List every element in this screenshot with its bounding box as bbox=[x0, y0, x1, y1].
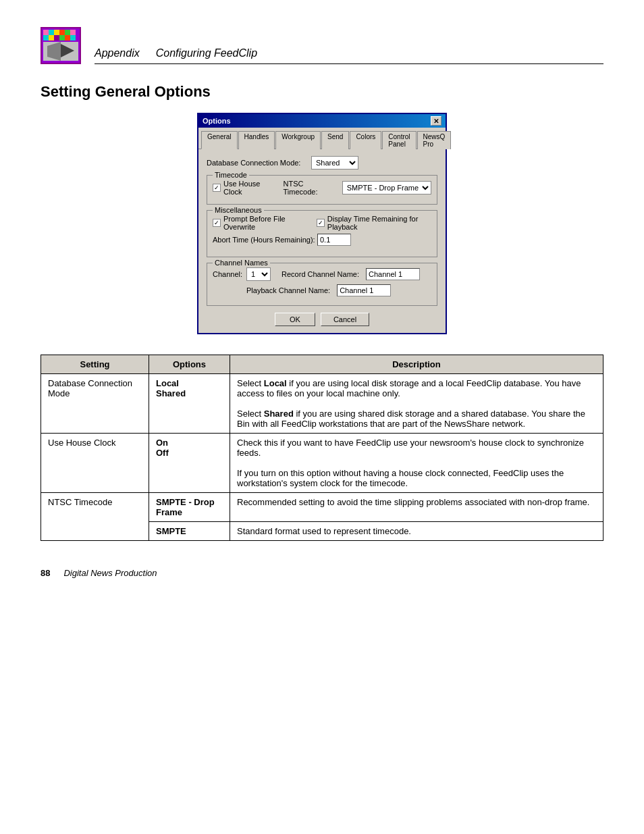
playback-channel-input[interactable] bbox=[337, 284, 391, 296]
page-footer: 88 Digital News Production bbox=[41, 568, 603, 578]
db-mode-row: Database Connection Mode: Shared Local bbox=[207, 156, 437, 170]
options-cell: OnOff bbox=[149, 434, 230, 493]
options-cell: SMPTE - Drop Frame bbox=[149, 493, 230, 522]
svg-rect-11 bbox=[59, 35, 65, 41]
timecode-group: Timecode ✓ Use House Clock NTSC Timecode… bbox=[207, 175, 437, 205]
channel-select[interactable]: 1 2 bbox=[246, 267, 271, 281]
display-label: Display Time Remaining for Playback bbox=[327, 215, 431, 231]
desc-cell: Recommended setting to avoid the time sl… bbox=[230, 493, 603, 522]
use-house-clock-label: Use House Clock bbox=[223, 180, 281, 196]
channel-names-label: Channel Names bbox=[213, 259, 270, 267]
tab-colors[interactable]: Colors bbox=[350, 131, 381, 149]
misc-group-label: Miscellaneous bbox=[213, 206, 264, 214]
use-house-clock-checkbox[interactable]: ✓ bbox=[213, 184, 221, 192]
abort-time-label: Abort Time (Hours Remaining): bbox=[213, 236, 317, 244]
settings-table: Setting Options Description Database Con… bbox=[41, 355, 603, 541]
dialog-title: Options bbox=[203, 117, 231, 125]
svg-rect-9 bbox=[49, 35, 54, 41]
table-row: Use House Clock OnOff Check this if you … bbox=[41, 434, 603, 493]
dialog-titlebar: Options ✕ bbox=[198, 114, 446, 128]
options-cell: LocalShared bbox=[149, 374, 230, 434]
header-title: Configuring FeedClip bbox=[156, 47, 257, 59]
svg-rect-2 bbox=[43, 30, 49, 35]
svg-rect-4 bbox=[54, 30, 59, 35]
svg-rect-12 bbox=[65, 35, 70, 41]
desc-cell: Check this if you want to have FeedClip … bbox=[230, 434, 603, 493]
abort-time-row: Abort Time (Hours Remaining): bbox=[213, 234, 431, 246]
svg-rect-8 bbox=[43, 35, 49, 41]
ok-button[interactable]: OK bbox=[275, 313, 315, 326]
abort-time-input[interactable] bbox=[317, 234, 351, 246]
page-number: 88 bbox=[41, 568, 50, 578]
svg-rect-5 bbox=[59, 30, 65, 35]
playback-channel-label: Playback Channel Name: bbox=[246, 286, 330, 294]
tab-workgroup[interactable]: Workgroup bbox=[275, 131, 321, 149]
prompt-row: ✓ Prompt Before File Overwrite ✓ Display… bbox=[213, 215, 431, 231]
db-mode-label: Database Connection Mode: bbox=[207, 159, 311, 167]
tab-control-panel[interactable]: Control Panel bbox=[382, 131, 416, 149]
setting-cell: Database Connection Mode bbox=[41, 374, 149, 434]
appendix-label: Appendix bbox=[95, 47, 140, 59]
options-cell: SMPTE bbox=[149, 522, 230, 541]
svg-rect-10 bbox=[54, 35, 59, 41]
record-channel-input[interactable] bbox=[366, 268, 420, 280]
svg-rect-7 bbox=[70, 30, 76, 35]
channel-label: Channel: bbox=[213, 270, 242, 278]
setting-cell: Use House Clock bbox=[41, 434, 149, 493]
dialog-buttons: OK Cancel bbox=[207, 313, 437, 326]
ntsc-select[interactable]: SMPTE - Drop Frame SMPTE bbox=[342, 181, 431, 194]
col-setting: Setting bbox=[41, 355, 149, 374]
table-row: NTSC Timecode SMPTE - Drop Frame Recomme… bbox=[41, 493, 603, 522]
dialog-tabs: General Handles Workgroup Send Colors Co… bbox=[198, 128, 446, 149]
misc-group: Miscellaneous ✓ Prompt Before File Overw… bbox=[207, 210, 437, 257]
header-text: Appendix Configuring FeedClip bbox=[95, 47, 603, 59]
col-description: Description bbox=[230, 355, 603, 374]
desc-cell: Select Local if you are using local disk… bbox=[230, 374, 603, 434]
desc-cell: Standard format used to represent timeco… bbox=[230, 522, 603, 541]
section-heading: Setting General Options bbox=[41, 83, 603, 101]
tab-newsq-pro[interactable]: NewsQ Pro bbox=[417, 131, 452, 149]
db-mode-select[interactable]: Shared Local bbox=[311, 156, 358, 170]
svg-rect-13 bbox=[70, 35, 76, 41]
cancel-button[interactable]: Cancel bbox=[321, 313, 369, 326]
playback-row: Playback Channel Name: bbox=[213, 284, 431, 296]
channel-names-group: Channel Names Channel: 1 2 Record Channe… bbox=[207, 263, 437, 306]
tab-handles[interactable]: Handles bbox=[238, 131, 275, 149]
channel-row: Channel: 1 2 Record Channel Name: bbox=[213, 267, 431, 281]
prompt-label: Prompt Before File Overwrite bbox=[223, 215, 306, 231]
table-row: Database Connection Mode LocalShared Sel… bbox=[41, 374, 603, 434]
dialog-content: Database Connection Mode: Shared Local T… bbox=[198, 149, 446, 333]
options-dialog: Options ✕ General Handles Workgroup Send… bbox=[197, 113, 447, 334]
ntsc-part: NTSC Timecode: SMPTE - Drop Frame SMPTE bbox=[284, 180, 432, 196]
header-divider-area: Appendix Configuring FeedClip bbox=[95, 47, 603, 64]
tab-general[interactable]: General bbox=[201, 131, 238, 149]
page-header: Appendix Configuring FeedClip bbox=[41, 27, 603, 64]
display-checkbox[interactable]: ✓ bbox=[317, 219, 325, 227]
record-channel-label: Record Channel Name: bbox=[281, 270, 359, 278]
svg-rect-6 bbox=[65, 30, 70, 35]
setting-cell: NTSC Timecode bbox=[41, 493, 149, 541]
logo bbox=[41, 27, 81, 64]
col-options: Options bbox=[149, 355, 230, 374]
svg-rect-3 bbox=[49, 30, 54, 35]
tab-send[interactable]: Send bbox=[321, 131, 349, 149]
house-clock-row: ✓ Use House Clock NTSC Timecode: SMPTE -… bbox=[213, 180, 431, 196]
dialog-wrapper: Options ✕ General Handles Workgroup Send… bbox=[41, 113, 603, 334]
timecode-group-label: Timecode bbox=[213, 171, 249, 179]
dialog-close-button[interactable]: ✕ bbox=[431, 116, 441, 126]
ntsc-label: NTSC Timecode: bbox=[284, 180, 340, 196]
prompt-checkbox[interactable]: ✓ bbox=[213, 219, 221, 227]
doc-title: Digital News Production bbox=[63, 568, 157, 578]
